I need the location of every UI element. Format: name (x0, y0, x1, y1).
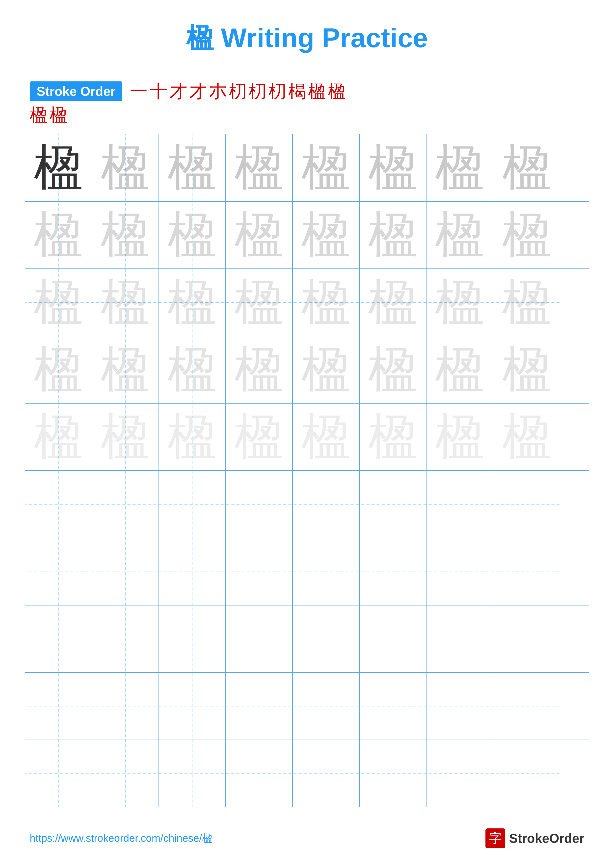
practice-char: 楹 (234, 412, 284, 462)
grid-cell-3-4: 楹 (226, 269, 293, 336)
practice-char: 楹 (368, 345, 418, 394)
grid-cell-1-1: 楹 (25, 134, 92, 201)
grid-cell-6-2 (92, 471, 159, 538)
practice-char: 楹 (101, 143, 150, 192)
grid-cell-10-5 (293, 740, 360, 807)
grid-cell-9-8 (493, 673, 560, 739)
page-title: 楹 Writing Practice (186, 23, 428, 53)
stroke-3: 才 (169, 82, 187, 100)
grid-cell-3-1: 楹 (25, 269, 92, 336)
practice-char: 楹 (502, 345, 552, 394)
grid-cell-3-2: 楹 (92, 269, 159, 336)
logo-text: StrokeOrder (509, 831, 584, 846)
grid-cell-4-6: 楹 (360, 336, 426, 403)
grid-cell-2-6: 楹 (360, 202, 426, 268)
grid-cell-5-6: 楹 (360, 403, 426, 470)
grid-cell-9-1 (25, 673, 92, 739)
grid-cell-4-5: 楹 (293, 336, 360, 403)
grid-cell-2-8: 楹 (493, 202, 560, 268)
title-character: 楹 Writing Practice (186, 23, 428, 53)
grid-cell-6-8 (493, 471, 560, 538)
grid-row-9 (25, 673, 589, 740)
practice-char: 楹 (34, 143, 83, 192)
grid-cell-4-2: 楹 (92, 336, 159, 403)
stroke-9: 楬 (288, 82, 306, 100)
grid-cell-10-2 (92, 740, 159, 807)
grid-cell-7-1 (25, 538, 92, 605)
grid-cell-8-5 (293, 606, 360, 672)
grid-cell-10-4 (226, 740, 293, 807)
practice-char: 楹 (502, 412, 552, 462)
practice-char: 楹 (168, 412, 217, 462)
grid-cell-8-1 (25, 606, 92, 672)
grid-row-3: 楹 楹 楹 楹 楹 楹 楹 楹 (25, 269, 589, 336)
practice-char: 楹 (34, 210, 83, 260)
practice-char: 楹 (502, 277, 552, 327)
grid-cell-4-1: 楹 (25, 336, 92, 403)
stroke-order-section: Stroke Order 一 十 才 才 朩 朷 朷 朷 楬 楹 楹 (0, 71, 614, 111)
grid-row-5: 楹 楹 楹 楹 楹 楹 楹 楹 (25, 403, 589, 471)
stroke-chars-row1: 一 十 才 才 朩 朷 朷 朷 楬 楹 楹 (130, 82, 346, 100)
grid-cell-1-3: 楹 (159, 134, 226, 201)
practice-char: 楹 (234, 345, 284, 394)
title-section: 楹 Writing Practice (0, 0, 614, 71)
practice-char: 楹 (301, 277, 351, 327)
practice-char: 楹 (435, 210, 485, 260)
grid-row-7 (25, 538, 589, 606)
grid-row-2: 楹 楹 楹 楹 楹 楹 楹 楹 (25, 202, 589, 269)
stroke-2: 十 (149, 82, 168, 100)
practice-char: 楹 (101, 210, 150, 260)
practice-char: 楹 (435, 143, 485, 192)
grid-cell-5-2: 楹 (92, 403, 159, 470)
grid-cell-2-4: 楹 (226, 202, 293, 268)
grid-cell-6-5 (293, 471, 360, 538)
practice-char: 楹 (502, 210, 552, 260)
practice-char: 楹 (34, 277, 83, 327)
grid-cell-6-4 (226, 471, 293, 538)
grid-cell-3-5: 楹 (293, 269, 360, 336)
grid-cell-8-7 (426, 606, 493, 672)
practice-grid: 楹 楹 楹 楹 楹 楹 楹 楹 楹 楹 楹 楹 楹 楹 楹 楹 楹 楹 楹 楹 … (25, 134, 589, 808)
stroke-8: 朷 (269, 82, 286, 100)
stroke-6: 朷 (229, 82, 247, 100)
practice-char: 楹 (234, 277, 284, 327)
grid-cell-10-3 (159, 740, 226, 807)
practice-char: 楹 (168, 345, 217, 394)
practice-char: 楹 (301, 143, 351, 192)
grid-cell-5-4: 楹 (226, 403, 293, 470)
grid-cell-8-3 (159, 606, 226, 672)
grid-cell-10-8 (493, 740, 560, 807)
stroke-12: 楹 (30, 106, 48, 124)
grid-cell-9-2 (92, 673, 159, 739)
stroke-7: 朷 (249, 82, 266, 100)
grid-cell-8-8 (493, 606, 560, 672)
grid-cell-5-1: 楹 (25, 403, 92, 470)
grid-cell-7-3 (159, 538, 226, 605)
grid-cell-8-6 (360, 606, 426, 672)
grid-cell-1-2: 楹 (92, 134, 159, 201)
practice-char: 楹 (168, 143, 217, 192)
stroke-10: 楹 (308, 82, 326, 100)
practice-char: 楹 (234, 143, 284, 192)
grid-cell-3-7: 楹 (426, 269, 493, 336)
grid-cell-1-5: 楹 (293, 134, 360, 201)
footer: https://www.strokeorder.com/chinese/楹 字 … (0, 828, 614, 848)
grid-cell-10-7 (426, 740, 493, 807)
grid-cell-2-5: 楹 (293, 202, 360, 268)
grid-cell-4-7: 楹 (426, 336, 493, 403)
practice-char: 楹 (234, 210, 284, 260)
practice-char: 楹 (368, 210, 418, 260)
grid-cell-6-7 (426, 471, 493, 538)
practice-char: 楹 (301, 412, 351, 462)
grid-cell-9-3 (159, 673, 226, 739)
practice-char: 楹 (34, 412, 83, 462)
grid-row-10 (25, 740, 589, 807)
practice-char: 楹 (168, 210, 217, 260)
grid-cell-3-3: 楹 (159, 269, 226, 336)
grid-cell-4-3: 楹 (159, 336, 226, 403)
grid-cell-4-4: 楹 (226, 336, 293, 403)
practice-char: 楹 (435, 412, 485, 462)
grid-cell-10-1 (25, 740, 92, 807)
footer-logo: 字 StrokeOrder (485, 828, 584, 848)
grid-cell-1-6: 楹 (360, 134, 426, 201)
